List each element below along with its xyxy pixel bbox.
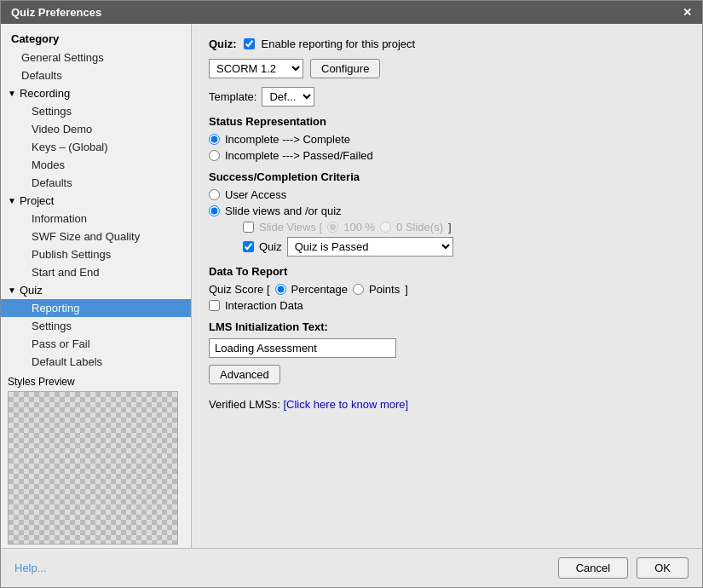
quiz-score-row: Quiz Score [ Percentage Points ] [209, 283, 685, 296]
sidebar-item-label: Modes [32, 159, 65, 171]
verified-lms-label: Verified LMSs: [209, 398, 280, 411]
enable-reporting-label: Enable reporting for this project [262, 37, 416, 50]
slide-views-checkbox[interactable] [243, 222, 254, 233]
slide-views-slides-radio[interactable] [380, 222, 391, 233]
user-access-radio[interactable] [209, 189, 220, 200]
sidebar-item-settings2[interactable]: Settings [1, 317, 191, 335]
template-row: Template: Def... [209, 87, 685, 107]
interaction-data-row: Interaction Data [209, 299, 685, 312]
sidebar-item-label: Information [32, 212, 87, 225]
sidebar-item-swf-size[interactable]: SWF Size and Quality [1, 228, 191, 245]
sidebar-item-video-demo[interactable]: Video Demo [1, 120, 191, 138]
sidebar-item-label: Start and End [32, 266, 100, 279]
dialog-footer: Help... Cancel OK [1, 548, 702, 587]
sidebar: Category General Settings Defaults ▼ Rec… [1, 24, 192, 548]
quiz-score-bracket-close: ] [405, 283, 408, 296]
sidebar-group-quiz[interactable]: ▼ Quiz [1, 281, 191, 299]
status-passed-radio[interactable] [209, 150, 220, 161]
slide-views-percent: 100 % [343, 221, 375, 233]
main-dialog: Quiz Preferences ✕ Category General Sett… [0, 0, 703, 588]
footer-buttons: Cancel OK [558, 557, 689, 579]
sidebar-item-pass-or-fail[interactable]: Pass or Fail [1, 335, 191, 353]
percentage-radio[interactable] [275, 284, 286, 295]
sidebar-item-label: Settings [32, 105, 72, 118]
cancel-button[interactable]: Cancel [558, 557, 628, 579]
status-passed-label: Incomplete ---> Passed/Failed [225, 149, 373, 162]
slide-views-quiz-label: Slide views and /or quiz [225, 205, 342, 217]
interaction-data-checkbox[interactable] [209, 300, 220, 311]
quiz-checkbox-label: Quiz [259, 240, 282, 253]
points-label: Points [369, 283, 400, 296]
sidebar-item-label: Reporting [32, 302, 79, 314]
main-content-area: Quiz: Enable reporting for this project … [192, 24, 702, 548]
quiz-select-row: Quiz is Passed Quiz is Attempted Quiz is… [287, 237, 453, 257]
sidebar-item-general-settings[interactable]: General Settings [1, 49, 191, 66]
verified-lms-link[interactable]: [Click here to know more] [283, 398, 408, 411]
dialog-titlebar: Quiz Preferences ✕ [1, 1, 702, 24]
enable-reporting-checkbox[interactable] [244, 38, 255, 49]
status-complete-radio[interactable] [209, 134, 220, 145]
lms-init-input-row [209, 338, 685, 358]
sidebar-item-defaults2[interactable]: Defaults [1, 174, 191, 192]
slide-views-label: Slide Views [ [259, 221, 322, 233]
chevron-down-icon: ▼ [8, 196, 16, 205]
interaction-data-label: Interaction Data [225, 299, 303, 312]
sidebar-item-label: General Settings [21, 51, 104, 64]
slide-views-sub-row: Slide Views [ 100 % 0 Slide(s) ] [209, 221, 685, 233]
sidebar-item-label: Video Demo [32, 123, 92, 135]
sidebar-item-modes[interactable]: Modes [1, 156, 191, 174]
sidebar-item-start-end[interactable]: Start and End [1, 263, 191, 281]
sidebar-group-label: Recording [20, 87, 70, 100]
status-complete-label: Incomplete ---> Complete [225, 133, 350, 146]
status-representation-title: Status Representation [209, 115, 685, 128]
quiz-checkbox[interactable] [243, 241, 254, 252]
data-to-report-title: Data To Report [209, 265, 685, 278]
ok-button[interactable]: OK [637, 557, 689, 579]
chevron-down-icon: ▼ [8, 285, 16, 295]
points-radio[interactable] [353, 284, 364, 295]
status-incomplete-passed-row: Incomplete ---> Passed/Failed [209, 149, 685, 162]
dialog-body: Category General Settings Defaults ▼ Rec… [1, 24, 702, 548]
sidebar-item-label: Publish Settings [32, 248, 111, 261]
sidebar-item-label: Defaults [21, 69, 62, 82]
sidebar-item-publish-settings[interactable]: Publish Settings [1, 245, 191, 263]
chevron-down-icon: ▼ [8, 89, 16, 98]
user-access-label: User Access [225, 188, 286, 201]
close-icon[interactable]: ✕ [683, 6, 692, 19]
sidebar-item-reporting[interactable]: Reporting [1, 299, 191, 317]
scorm-dropdown[interactable]: SCORM 1.2 SCORM 2004 AICC xAPI [209, 59, 303, 78]
bracket-close: ] [448, 221, 452, 233]
user-access-row: User Access [209, 188, 685, 201]
sidebar-item-default-labels[interactable]: Default Labels [1, 353, 191, 371]
slide-views-count: 0 Slide(s) [396, 221, 443, 233]
scorm-row: SCORM 1.2 SCORM 2004 AICC xAPI Configure [209, 59, 685, 78]
sidebar-item-keys-global[interactable]: Keys – (Global) [1, 138, 191, 156]
styles-preview-box [8, 391, 178, 545]
quiz-result-dropdown[interactable]: Quiz is Passed Quiz is Attempted Quiz is… [287, 237, 453, 257]
help-link[interactable]: Help... [14, 562, 47, 574]
styles-preview-label: Styles Preview [8, 376, 184, 388]
sidebar-header: Category [1, 29, 191, 49]
sidebar-item-settings[interactable]: Settings [1, 102, 191, 120]
sidebar-item-defaults[interactable]: Defaults [1, 66, 191, 84]
sidebar-item-label: SWF Size and Quality [32, 230, 140, 243]
percentage-label: Percentage [291, 283, 349, 296]
quiz-label: Quiz: [209, 37, 237, 50]
sidebar-item-information[interactable]: Information [1, 210, 191, 228]
verified-lms-row: Verified LMSs: [Click here to know more] [209, 398, 685, 411]
lms-init-text-title: LMS Initialization Text: [209, 320, 685, 333]
slide-views-quiz-radio[interactable] [209, 205, 220, 216]
sidebar-group-recording[interactable]: ▼ Recording [1, 84, 191, 102]
sidebar-item-label: Default Labels [32, 355, 102, 368]
success-criteria-title: Success/Completion Criteria [209, 170, 685, 183]
lms-init-text-input[interactable] [209, 338, 396, 358]
styles-preview-section: Styles Preview [1, 371, 191, 548]
slide-views-percent-radio[interactable] [327, 222, 338, 233]
sidebar-group-label: Quiz [20, 284, 43, 297]
configure-button[interactable]: Configure [310, 59, 380, 78]
sidebar-item-label: Keys – (Global) [32, 141, 108, 153]
advanced-button-row: Advanced [209, 365, 685, 384]
advanced-button[interactable]: Advanced [209, 365, 280, 384]
sidebar-group-project[interactable]: ▼ Project [1, 192, 191, 210]
template-dropdown[interactable]: Def... [262, 87, 314, 107]
